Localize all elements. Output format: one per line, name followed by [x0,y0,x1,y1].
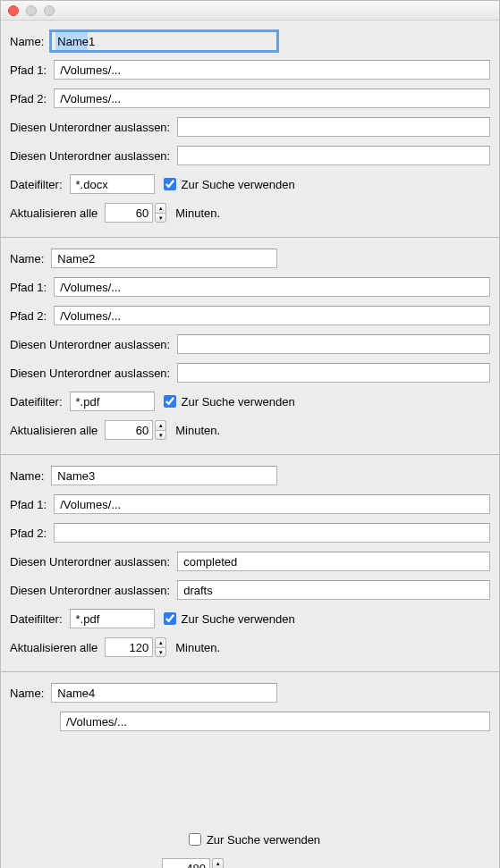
pfad1-input[interactable] [54,60,490,80]
minutes-label: Minuten. [175,206,220,220]
file-filter-label: Dateifilter: [10,178,63,191]
config-group: Name:Pfad 1:Pfad 2:Diesen Unterordner au… [1,454,499,671]
use-for-search-checkbox[interactable] [164,612,176,625]
use-for-search-label: Zur Suche verwenden [182,612,295,626]
use-for-search-checkbox[interactable] [164,395,176,408]
pfad2-label: Pfad 2: [10,92,47,105]
name-label: Name: [10,35,44,48]
preferences-window: Name:Pfad 1:Pfad 2:Diesen Unterordner au… [0,0,500,868]
use-for-search-label: Zur Suche verwenden [182,178,295,191]
minutes-label: Minuten. [175,424,220,437]
file-filter-input[interactable] [70,392,155,411]
name-input[interactable] [51,466,277,485]
name-label: Name: [10,252,44,265]
skip-subfolder1-label: Diesen Unterordner auslassen: [10,338,170,351]
stepper-up-icon[interactable]: ▴ [155,203,166,213]
skip-subfolder2-input[interactable] [177,580,490,600]
use-for-search-label: Zur Suche verwenden [182,395,295,409]
pfad2-input[interactable] [54,523,490,543]
stepper-down-icon[interactable]: ▾ [155,430,166,441]
refresh-minutes-input[interactable] [105,420,153,440]
stepper-up-icon[interactable]: ▴ [155,420,166,430]
refresh-every-label: Aktualisieren alle [10,206,97,220]
skip-subfolder2-label: Diesen Unterordner auslassen: [10,584,170,597]
refresh-every-label: Aktualisieren alle [10,641,97,654]
name-input[interactable] [51,249,277,268]
stepper-up-icon[interactable]: ▴ [212,858,224,868]
config-group: Name:Pfad 1:Pfad 2:Diesen Unterordner au… [1,237,499,454]
refresh-stepper[interactable]: ▴▾ [155,420,166,440]
refresh-minutes-input[interactable] [105,637,153,657]
minutes-label: Minuten. [175,641,220,654]
name-input[interactable] [51,31,277,51]
file-filter-label: Dateifilter: [10,612,63,626]
skip-subfolder2-input[interactable] [177,146,490,165]
skip-subfolder1-label: Diesen Unterordner auslassen: [10,121,170,134]
file-filter-input[interactable] [70,174,155,194]
skip-subfolder1-input[interactable] [177,552,490,571]
skip-subfolder2-label: Diesen Unterordner auslassen: [10,367,170,380]
pfad1-label: Pfad 1: [10,63,47,77]
pfad2-input[interactable] [54,306,490,325]
file-filter-label: Dateifilter: [10,395,63,409]
pfad1-input[interactable] [54,277,490,297]
pfad2-label: Pfad 2: [10,309,47,323]
refresh-minutes-input[interactable] [105,203,153,223]
refresh-stepper[interactable]: ▴▾ [155,637,166,657]
pfad2-input[interactable] [54,88,490,108]
titlebar [1,1,499,21]
use-for-search-label: Zur Suche verwenden [207,833,320,847]
name-input[interactable] [51,683,277,703]
pfad1-input[interactable] [60,712,490,731]
name-label: Name: [10,469,44,483]
pfad1-input[interactable] [54,494,490,514]
zoom-icon[interactable] [44,5,55,16]
refresh-stepper[interactable]: ▴▾ [155,203,166,223]
skip-subfolder1-label: Diesen Unterordner auslassen: [10,555,170,569]
use-for-search-checkbox[interactable] [189,833,201,846]
refresh-stepper[interactable]: ▴▾ [212,858,224,868]
stepper-down-icon[interactable]: ▾ [155,213,166,223]
pfad2-label: Pfad 2: [10,527,47,540]
refresh-minutes-input[interactable] [162,858,210,868]
skip-subfolder1-input[interactable] [177,117,490,137]
refresh-every-label: Aktualisieren alle [10,424,97,437]
config-group: Name:Pfad 1:Pfad 2:Diesen Unterordner au… [1,21,499,237]
minimize-icon[interactable] [26,5,37,16]
skip-subfolder1-input[interactable] [177,334,490,354]
pfad1-label: Pfad 1: [10,498,47,511]
close-icon[interactable] [8,5,19,16]
pfad1-label: Pfad 1: [10,281,47,294]
stepper-up-icon[interactable]: ▴ [155,637,166,647]
skip-subfolder2-label: Diesen Unterordner auslassen: [10,149,170,163]
stepper-down-icon[interactable]: ▾ [155,647,166,658]
skip-subfolder2-input[interactable] [177,363,490,383]
name-label: Name: [10,687,44,700]
file-filter-input[interactable] [70,609,155,628]
config-group: Name:Zur Suche verwenden▴▾ [1,671,499,868]
content-area: Name:Pfad 1:Pfad 2:Diesen Unterordner au… [1,21,499,868]
use-for-search-checkbox[interactable] [164,178,176,190]
